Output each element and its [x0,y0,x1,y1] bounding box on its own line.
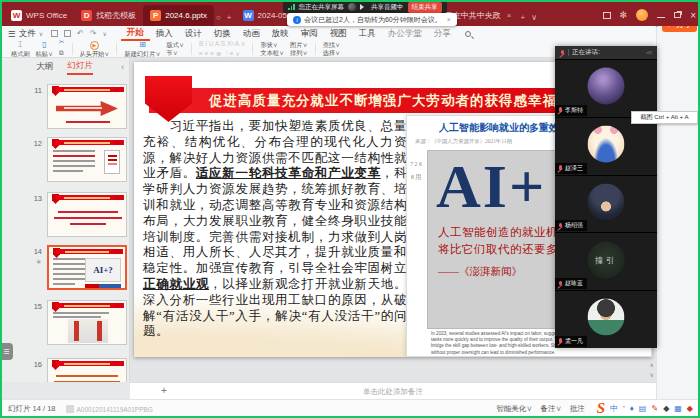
menu-review[interactable]: 审阅 [295,26,324,41]
save-icon[interactable] [51,30,58,37]
panel-float-button[interactable]: ☰ [0,343,13,360]
picture-button[interactable]: 图片∨ [290,42,308,48]
font-format-row: B I U A S X² A ∨ [199,40,245,48]
search-icon[interactable] [465,31,471,37]
minimize-button[interactable] [657,17,665,18]
new-tab-group: + ∨ [521,13,538,22]
print-icon[interactable] [64,30,71,37]
image-strips [85,284,121,288]
restore-button[interactable] [674,12,681,18]
keyboard-icon[interactable]: ▤ [639,405,647,413]
slide-thumbnail-13[interactable] [47,192,127,237]
menu-share[interactable]: 分享 [428,26,457,41]
beautify-button[interactable]: 智能美化∨ [496,404,532,414]
tab-outline[interactable]: 大纲 [36,61,53,73]
select-button[interactable]: 选择∨ [323,50,341,56]
skin-board-icon[interactable]: ▦ [674,405,682,413]
article-side-text: 7 2 6 8 用 [410,158,422,184]
menu-animation[interactable]: 动画 [237,26,266,41]
notes-input[interactable]: 单击此处添加备注 [363,387,423,397]
tab-label: 找稻壳模板 [96,10,136,21]
slide-number: 13 [28,194,42,203]
article-source: 来源：《中国人力资源开发》2021年11期 [415,138,512,145]
punctuation-icon[interactable]: ’ [623,405,625,413]
handwriting-icon[interactable]: ✎ [651,405,658,413]
find-button[interactable]: 查找∨ [323,42,341,48]
ppt-file-icon: P [150,10,161,21]
new-slide-button[interactable]: ⊞ 新建幻灯片∨ [121,41,163,57]
notes-toggle-button[interactable]: 备注∨ [541,404,562,414]
voice-input-icon[interactable]: ♦ [630,405,634,413]
slide-thumbnail-14-selected[interactable]: AI+? [47,245,127,290]
redo-icon[interactable]: ↷ [90,29,97,38]
mic-muted-icon [557,280,563,287]
mic-muted-icon [557,165,563,172]
add-slide-button[interactable]: + [161,385,167,396]
settings-gear-icon[interactable]: ✻ [620,12,628,19]
pin-icon[interactable]: ○ [216,13,221,22]
menu-slideshow[interactable]: 放映 [266,26,295,41]
plus-icon[interactable]: + [227,13,232,22]
slide-thumbnail-12[interactable] [47,137,127,182]
menu-transition[interactable]: 切换 [208,26,237,41]
animation-star-icon: ∗ [36,258,42,266]
next-slide-arrow[interactable]: ∨ [650,371,654,378]
picture-arrange-group: 图片∨ 排列∨ [287,42,311,56]
chinese-mode-icon[interactable]: 中 [610,405,618,413]
previous-slide-arrow[interactable]: ∧ [650,361,654,368]
play-from-start-button[interactable]: ▶ 从头开始∨ [77,41,113,57]
sogou-logo-icon[interactable]: S [597,401,605,416]
arrange-button[interactable]: 排列∨ [290,50,308,56]
shape-button[interactable]: 形状∨ [260,42,284,48]
menu-academy[interactable]: 办公学堂 [382,26,428,41]
slide-thumbnail-11[interactable] [47,84,127,129]
toast-close-icon[interactable]: × [447,16,451,23]
tab-wps-home[interactable]: W WPS Office [4,5,74,26]
stop-share-button[interactable]: 结束共享 [408,2,442,13]
menu-tools[interactable]: 工具 [353,26,382,41]
section-button[interactable]: 节∨ [167,50,185,56]
cut-icon[interactable]: ✂ [59,39,64,48]
chevron-down-icon[interactable]: ∨ [102,30,106,37]
cloud-icon [348,3,356,11]
menu-view[interactable]: 视图 [324,26,353,41]
close-button[interactable]: × [690,10,696,21]
textbox-button[interactable]: 文本框∨ [260,50,284,56]
copy-icon[interactable]: ⧉ [59,50,64,59]
meeting-video-panel: 正在讲话: ≪ 李斯特 赵泽三 杨绍强 撞引 赵咏蓝 孟一凡 [555,46,657,348]
file-menu[interactable]: ☰ 文件 ∨ [8,28,43,40]
toolbox-icon[interactable]: ◆ [663,405,669,413]
panel-collapse-icon[interactable]: ≪ [646,49,653,57]
slide-thumbnail-16[interactable] [47,358,127,382]
chevron-left-icon[interactable]: ‹ [121,62,124,72]
tab-list-dropdown[interactable]: ∨ [531,13,537,22]
paste-button[interactable]: ▯ 粘贴∨ [33,41,57,57]
multi-window-icon[interactable] [603,12,611,19]
menu-insert[interactable]: 插入 [150,26,179,41]
participant-name-tag: 赵泽三 [555,163,587,174]
participant-tile: 杨绍强 [555,176,657,233]
slide-indicator: 幻灯片 14 / 18 [8,404,56,414]
text-line [53,258,85,260]
tab-pptx-active[interactable]: P 2024.6.pptx [143,5,214,26]
speaking-label: 正在讲话: [572,48,600,57]
comments-button[interactable]: 批注 [570,404,585,414]
undo-icon[interactable]: ↶ [77,29,84,38]
format-painter-button[interactable]: ⌶ 格式刷 [8,41,33,57]
tab-docer[interactable]: D 找稻壳模板 [74,5,143,26]
text-line [58,211,118,213]
slide-body-text[interactable]: 习近平指出，要加快塑造素质优良、总量充裕、结构优化、分布合理的现代化人力资源，解… [143,119,407,340]
speaker-icon [360,4,367,10]
menu-design[interactable]: 设计 [179,26,208,41]
new-tab-button[interactable]: + [521,13,526,22]
menu-home[interactable]: 开始 [121,26,150,41]
slide-thumbnail-15[interactable] [47,300,127,345]
shop-icon[interactable]: ◆ [687,405,693,413]
tab-close-icon[interactable]: × [507,11,512,20]
tab-slides[interactable]: 幻灯片 [67,60,93,75]
paragraph-format-row: ≡ ≡ ≡ ≣ ⋮≡ ∨ [199,50,245,58]
mic-muted-icon [557,338,563,345]
layout-button[interactable]: 版式∨ [167,42,185,48]
user-avatar[interactable] [636,9,648,21]
notes-strip: + 单击此处添加备注 [130,382,656,399]
